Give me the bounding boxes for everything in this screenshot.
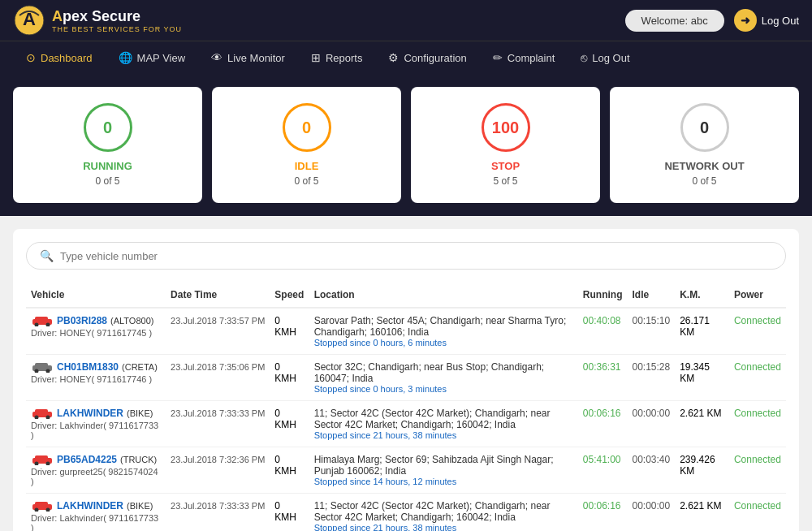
speed-cell: 0 KMH — [270, 494, 309, 532]
speed-value: 0 KMH — [274, 315, 296, 338]
stat-label-stop: STOP — [491, 160, 520, 172]
vehicle-type: (TRUCK) — [120, 455, 157, 464]
stat-value-idle: 0 — [302, 119, 311, 137]
nav-label-map-view: MAP View — [137, 52, 186, 64]
welcome-box: Welcome: abc — [625, 10, 724, 32]
nav-item-dashboard[interactable]: ⊙ Dashboard — [13, 41, 106, 74]
nav-item-map-view[interactable]: 🌐 MAP View — [106, 41, 199, 74]
vehicle-cell: LAKHWINDER (BIKE) Driver: Lakhvinder( 97… — [26, 494, 166, 532]
logo-area: A Apex Secure THE BEST SERVICES FOR YOU — [13, 4, 182, 37]
power-cell: Connected — [729, 355, 786, 401]
stat-value-running: 0 — [103, 119, 112, 137]
datetime-value: 23.Jul.2018 7:33:33 PM — [171, 408, 265, 418]
nav-item-configuration[interactable]: ⚙ Configuration — [375, 41, 479, 74]
stat-circle-running: 0 — [84, 103, 132, 152]
map-icon: 🌐 — [119, 51, 132, 64]
vehicle-cell: LAKHWINDER (BIKE) Driver: Lakhvinder( 97… — [26, 401, 166, 447]
datetime-cell: 23.Jul.2018 7:35:06 PM — [166, 355, 270, 401]
stat-label-running: RUNNING — [83, 160, 132, 172]
vehicle-cell: CH01BM1830 (CRETA) Driver: HONEY( 971161… — [26, 355, 166, 401]
vehicle-table: Vehicle Date Time Speed Location Running… — [26, 283, 786, 531]
vehicle-id[interactable]: LAKHWINDER — [57, 408, 123, 419]
stats-row: 0 RUNNING 0 of 5 0 IDLE 0 of 5 100 STOP … — [0, 74, 812, 216]
logo-a: A — [52, 8, 63, 24]
stat-circle-idle: 0 — [283, 103, 331, 152]
nav-item-complaint[interactable]: ✏ Complaint — [480, 41, 568, 74]
table-header-row: Vehicle Date Time Speed Location Running… — [26, 283, 786, 308]
km-cell: 19.345 KM — [675, 355, 729, 401]
vehicle-id[interactable]: PB65AD4225 — [57, 454, 117, 465]
car-icon — [31, 315, 54, 326]
svg-rect-11 — [35, 409, 48, 414]
speed-cell: 0 KMH — [270, 355, 309, 401]
idle-time-value: 00:00:00 — [632, 408, 670, 419]
vehicle-driver: Driver: gurpreet25( 9821574024 ) — [31, 467, 161, 486]
stat-label-network: NETWORK OUT — [664, 160, 744, 172]
stat-count-stop: 5 of 5 — [493, 175, 517, 187]
table-row: PB65AD4225 (TRUCK) Driver: gurpreet25( 9… — [26, 447, 786, 494]
location-stop: Stopped since 14 hours, 12 minutes — [314, 477, 573, 486]
config-icon: ⚙ — [388, 51, 399, 64]
power-cell: Connected — [729, 308, 786, 355]
search-icon: 🔍 — [40, 249, 54, 262]
svg-rect-3 — [35, 317, 48, 322]
vehicle-driver: Driver: Lakhvinder( 9711617733 ) — [31, 513, 161, 531]
datetime-value: 23.Jul.2018 7:32:36 PM — [171, 455, 265, 464]
vehicle-driver: Driver: Lakhvinder( 9711617733 ) — [31, 421, 161, 440]
km-cell: 239.426 KM — [675, 447, 729, 494]
power-status-value: Connected — [734, 361, 781, 373]
vehicle-id[interactable]: LAKHWINDER — [57, 500, 123, 512]
table-row: LAKHWINDER (BIKE) Driver: Lakhvinder( 97… — [26, 494, 786, 532]
nav-item-live-monitor[interactable]: 👁 Live Monitor — [198, 41, 298, 74]
vehicle-type: (CRETA) — [122, 362, 158, 372]
speed-value: 0 KMH — [274, 361, 296, 384]
datetime-cell: 23.Jul.2018 7:32:36 PM — [166, 447, 270, 494]
speed-cell: 0 KMH — [270, 401, 309, 447]
speed-value: 0 KMH — [274, 408, 296, 430]
vehicle-id[interactable]: PB03RI288 — [57, 315, 107, 326]
vehicle-type: (BIKE) — [127, 501, 153, 511]
stat-count-idle: 0 of 5 — [294, 175, 318, 187]
datetime-value: 23.Jul.2018 7:33:33 PM — [171, 501, 265, 511]
power-status-value: Connected — [734, 408, 781, 419]
power-cell: Connected — [729, 401, 786, 447]
main-content: 🔍 Vehicle Date Time Speed Location Runni… — [13, 229, 799, 531]
nav-label-dashboard: Dashboard — [41, 52, 93, 64]
location-stop: Stopped since 0 hours, 6 minutes — [314, 338, 573, 348]
vehicle-driver: Driver: HONEY( 9711617745 ) — [31, 328, 161, 338]
stat-value-network: 0 — [700, 119, 709, 137]
header-logout-button[interactable]: ➜ Log Out — [734, 9, 799, 32]
nav-item-logout[interactable]: ⎋ Log Out — [568, 41, 642, 74]
location-main: 11; Sector 42C (Sector 42C Market); Chan… — [314, 500, 573, 523]
search-input[interactable] — [60, 250, 772, 262]
power-cell: Connected — [729, 494, 786, 532]
logo-subtitle: THE BEST SERVICES FOR YOU — [52, 25, 182, 33]
datetime-cell: 23.Jul.2018 7:33:33 PM — [166, 401, 270, 447]
car-icon — [31, 408, 54, 419]
stat-card-stop: 100 STOP 5 of 5 — [411, 87, 600, 203]
speed-cell: 0 KMH — [270, 308, 309, 355]
power-cell: Connected — [729, 447, 786, 494]
nav-label-live-monitor: Live Monitor — [227, 52, 285, 64]
location-cell: 11; Sector 42C (Sector 42C Market); Chan… — [309, 401, 578, 447]
idle-time-value: 00:00:00 — [632, 500, 670, 512]
nav-item-reports[interactable]: ⊞ Reports — [298, 41, 376, 74]
vehicle-type: (ALTO800) — [110, 316, 153, 326]
header: A Apex Secure THE BEST SERVICES FOR YOU … — [0, 0, 812, 41]
location-cell: Himalaya Marg; Sector 69; Sahibzada Ajit… — [309, 447, 578, 494]
dashboard-icon: ⊙ — [26, 51, 36, 64]
location-stop: Stopped since 0 hours, 3 minutes — [314, 384, 573, 394]
location-cell: Sarovar Path; Sector 45A; Chandigarh; ne… — [309, 308, 578, 355]
col-location: Location — [309, 283, 578, 308]
col-km: K.M. — [675, 283, 729, 308]
stat-card-idle: 0 IDLE 0 of 5 — [212, 87, 401, 203]
stat-card-network: 0 NETWORK OUT 0 of 5 — [610, 87, 799, 203]
power-status-value: Connected — [734, 454, 781, 465]
search-bar: 🔍 — [26, 242, 786, 270]
logout-label: Log Out — [762, 15, 799, 27]
header-right: Welcome: abc ➜ Log Out — [625, 9, 799, 32]
table-row: PB03RI288 (ALTO800) Driver: HONEY( 97116… — [26, 308, 786, 355]
vehicle-id[interactable]: CH01BM1830 — [57, 361, 119, 373]
complaint-icon: ✏ — [493, 51, 503, 64]
vehicle-type: (BIKE) — [127, 408, 153, 418]
